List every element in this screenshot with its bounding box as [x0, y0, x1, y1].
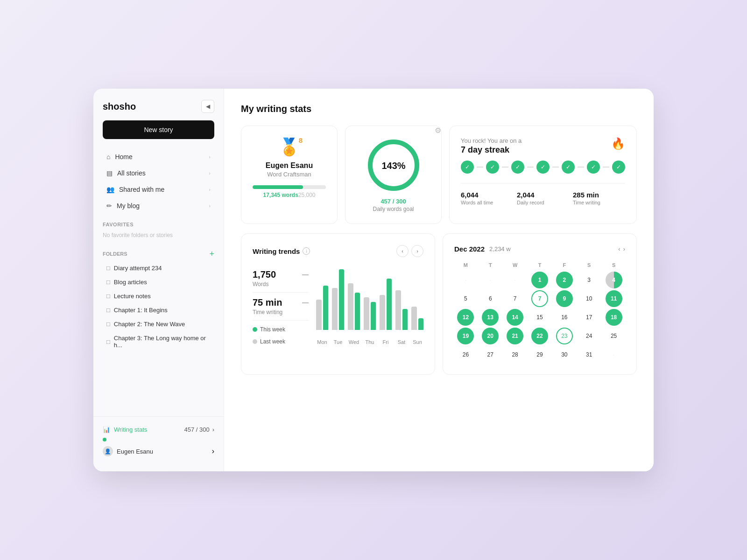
last-week-legend-dot: [253, 339, 257, 344]
cal-day-30[interactable]: 30: [556, 346, 573, 363]
stats-grid: 🏅 8 Eugen Esanu Word Craftsman 17,345 wo…: [241, 126, 637, 224]
page-title: My writing stats: [241, 104, 637, 114]
cal-day-21[interactable]: 21: [507, 328, 523, 344]
profile-name: Eugen Esanu: [266, 161, 313, 170]
cal-day-26[interactable]: 26: [457, 346, 474, 363]
cal-day-12[interactable]: 12: [457, 309, 474, 326]
cal-day-15[interactable]: 15: [531, 309, 548, 326]
last-week-bar: [380, 295, 385, 330]
folder-item-chapter1[interactable]: □ Chapter 1: It Begins: [97, 303, 220, 317]
folder-item-lecture[interactable]: □ Lecture notes: [97, 289, 220, 303]
progress-dot: [103, 438, 106, 441]
folder-icon: □: [106, 338, 110, 345]
sidebar-item-my-blog[interactable]: ✏ My blog ›: [97, 198, 220, 214]
chart-legend: This week: [253, 326, 309, 333]
cal-day-22[interactable]: 22: [531, 328, 548, 344]
words-current: 17,345 words: [263, 192, 298, 198]
cal-day-31[interactable]: 31: [581, 346, 598, 363]
last-week-bar: [316, 300, 322, 330]
folder-item-diary[interactable]: □ Diary attempt 234: [97, 261, 220, 275]
cal-day-3[interactable]: 3: [581, 272, 598, 288]
cal-day-19[interactable]: 19: [457, 328, 474, 344]
progress-bar-fill: [253, 185, 303, 189]
all-stories-label: All stories: [117, 169, 146, 177]
shared-with-me-icon: 👥: [106, 186, 114, 193]
cal-day-27[interactable]: 27: [482, 346, 499, 363]
cal-day-7[interactable]: 7: [507, 290, 523, 307]
trends-metrics: 1,750 Words 75 min Time writing: [253, 265, 309, 345]
streak-stat-words-all-time: 6,044 Words all time: [461, 191, 513, 205]
cal-day-9[interactable]: 9: [556, 290, 573, 307]
streak-day-1: ✓: [461, 161, 474, 174]
cal-day-29[interactable]: 29: [531, 346, 548, 363]
bar-label-wed: Wed: [348, 339, 360, 345]
folder-item-blog[interactable]: □ Blog articles: [97, 275, 220, 289]
streak-day-3: ✓: [511, 161, 524, 174]
sidebar-item-home[interactable]: ⌂ Home ›: [97, 149, 220, 165]
cal-day-5[interactable]: 5: [457, 290, 474, 307]
last-week-bar: [411, 307, 417, 330]
cal-day-20[interactable]: 20: [482, 328, 499, 344]
cal-header-S: S: [602, 260, 625, 270]
cal-day-24[interactable]: 24: [581, 328, 598, 344]
bar-chart-icon: 📊: [103, 426, 110, 433]
bar-label-tue: Tue: [332, 339, 344, 345]
cal-day-17[interactable]: 17: [581, 309, 598, 326]
bar-group-wed: [348, 283, 360, 330]
add-folder-button[interactable]: +: [209, 250, 214, 258]
this-week-bar: [418, 318, 424, 330]
all-stories-icon: ▤: [106, 169, 113, 177]
sidebar-item-shared-with-me[interactable]: 👥 Shared with me ›: [97, 182, 220, 197]
cal-header-M: M: [454, 260, 477, 270]
cal-day-23[interactable]: 23: [556, 328, 573, 344]
no-favorites-text: No favorite folders or stories: [93, 230, 224, 244]
cal-day-1[interactable]: 1: [531, 272, 548, 288]
collapse-sidebar-button[interactable]: ◀: [201, 100, 214, 113]
cal-day-2[interactable]: 2: [556, 272, 573, 288]
folders-header: Folders +: [93, 244, 224, 261]
bar-group-fri: [380, 279, 392, 330]
gear-icon[interactable]: ⚙: [435, 126, 441, 135]
folder-item-chapter2[interactable]: □ Chapter 2: The New Wave: [97, 317, 220, 331]
streak-dots: ✓ ✓ ✓ ✓ ✓ ✓ ✓: [461, 161, 625, 174]
trends-next-button[interactable]: ›: [411, 245, 423, 257]
folders-label: Folders: [103, 251, 127, 257]
cal-day-28[interactable]: 28: [507, 346, 523, 363]
user-profile-item[interactable]: 👤 Eugen Esanu ›: [93, 442, 224, 460]
cal-day-7[interactable]: 7: [531, 290, 548, 307]
cal-day-6[interactable]: 6: [482, 290, 499, 307]
folder-item-chapter3[interactable]: □ Chapter 3: The Long way home or h...: [97, 331, 220, 352]
user-chevron-icon: ›: [212, 447, 214, 455]
calendar-prev-button[interactable]: ‹: [618, 245, 620, 252]
cal-day-10[interactable]: 10: [581, 290, 598, 307]
streak-subtitle: You rock! You are on a: [461, 137, 521, 144]
sidebar-item-all-stories[interactable]: ▤ All stories ›: [97, 165, 220, 181]
bars-container: [316, 265, 423, 330]
cal-day-·: ·: [606, 346, 622, 363]
user-name: Eugen Esanu: [117, 448, 153, 455]
streak-day-2: ✓: [486, 161, 499, 174]
streak-day-7: ✓: [612, 161, 625, 174]
cal-day-4: 4: [606, 272, 622, 288]
cal-day-25[interactable]: 25: [606, 328, 622, 344]
cal-day-13[interactable]: 13: [482, 309, 499, 326]
writing-stats-nav-item[interactable]: 📊 Writing stats 457 / 300 ›: [93, 422, 224, 437]
info-icon[interactable]: i: [303, 247, 310, 255]
folder-icon: □: [106, 279, 110, 286]
cal-day-11[interactable]: 11: [606, 290, 622, 307]
writing-stats-label: Writing stats: [114, 426, 147, 433]
new-story-button[interactable]: New story: [103, 120, 214, 139]
my-blog-icon: ✏: [106, 202, 112, 210]
streak-stat-daily-record: 2,044 Daily record: [517, 191, 569, 205]
cal-day-14[interactable]: 14: [507, 309, 523, 326]
streak-day-5: ✓: [562, 161, 575, 174]
last-week-legend-label: Last week: [260, 338, 285, 345]
my-blog-label: My blog: [117, 202, 140, 210]
calendar-next-button[interactable]: ›: [623, 245, 625, 252]
this-week-legend-dot: [253, 327, 257, 332]
trends-prev-button[interactable]: ‹: [396, 245, 409, 257]
circle-progress-svg: 143%: [366, 137, 422, 193]
cal-day-16[interactable]: 16: [556, 309, 573, 326]
cal-day-18[interactable]: 18: [606, 309, 622, 326]
profile-title: Word Craftsman: [267, 171, 311, 178]
